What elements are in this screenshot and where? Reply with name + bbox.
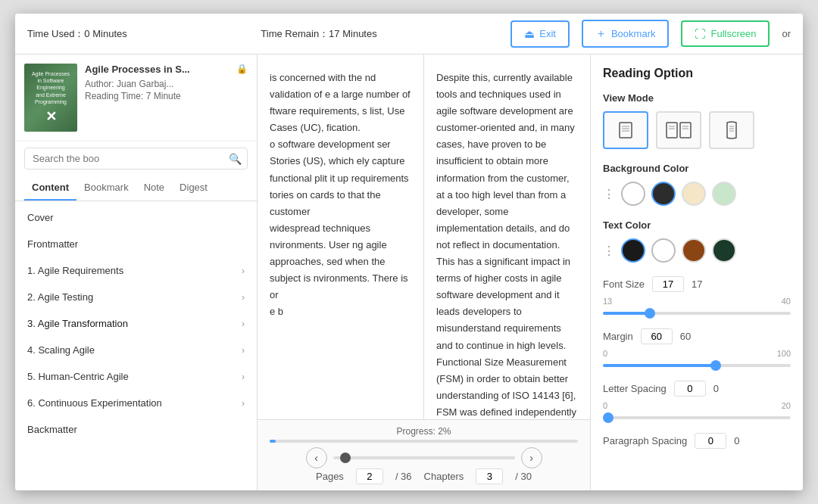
time-remain: Time Remain：17 Minutes [139,27,499,41]
exit-icon: ⏏ [524,27,535,41]
toc-item-backmatter[interactable]: Backmatter [15,416,257,443]
book-cover-text: Agile Processesin SoftwareEngineeringand… [32,70,70,104]
letter-spacing-slider[interactable] [603,416,791,419]
left-page: is concerned with the nd validation of e… [258,54,424,419]
book-header: Agile Processesin SoftwareEngineeringand… [15,54,257,142]
pages-label: Pages [316,471,344,482]
text-color-section: Text Color ⋮ [603,219,791,263]
toc-label-1: 1. Agile Requirements [27,265,123,276]
font-size-row: Font Size 17 [603,276,791,292]
toc-chevron-2: › [242,292,245,303]
bg-color-mint[interactable] [712,182,736,206]
app-container: Time Used：0 Minutes Time Remain：17 Minut… [15,14,803,490]
font-size-section: Font Size 17 13 40 [603,276,791,315]
bg-color-dark[interactable] [651,182,676,206]
view-mode-double[interactable] [656,111,701,149]
view-mode-options [603,111,791,149]
fullscreen-button[interactable]: ⛶ Fullscreen [681,20,770,47]
progress-fill [270,440,276,443]
font-size-min: 13 [603,297,612,306]
pages-slider-track[interactable] [333,456,515,459]
chapter-separator: / 30 [515,471,532,482]
letter-spacing-thumb [603,412,614,423]
tab-note[interactable]: Note [136,176,172,201]
reading-footer: Progress: 2% ‹ › Pages / 36 Chapt [258,419,590,490]
font-size-thumb [645,308,655,319]
paragraph-spacing-section: Paragraph Spacing 0 [603,433,791,449]
view-mode-single[interactable] [603,111,648,149]
exit-button[interactable]: ⏏ Exit [510,20,570,48]
letter-spacing-input[interactable] [674,381,706,397]
text-color-label: Text Color [603,219,791,231]
text-color-white[interactable] [651,238,676,263]
svg-rect-4 [667,123,677,138]
search-button[interactable]: 🔍 [229,153,242,165]
current-chapter-input[interactable] [476,468,503,484]
left-para-3: widespread techniques nvironments. User … [270,220,411,287]
bg-color-white[interactable] [621,182,645,206]
bookmark-label: Bookmark [611,28,656,39]
page-separator: / 36 [395,471,412,482]
font-size-value: 17 [692,278,702,290]
toc-item-frontmatter[interactable]: Frontmatter [15,231,257,257]
letter-spacing-min: 0 [603,401,607,410]
margin-thumb [710,360,721,371]
exit-label: Exit [539,28,556,39]
toc-chevron-1: › [242,266,245,276]
text-color-brown[interactable] [682,238,706,263]
font-size-label: Font Size [603,278,645,290]
svg-rect-0 [620,123,632,138]
toc-item-1[interactable]: 1. Agile Requirements › [15,257,257,284]
svg-rect-5 [680,123,691,138]
next-page-button[interactable]: › [521,447,542,468]
tab-bookmark[interactable]: Bookmark [76,176,136,201]
margin-min: 0 [603,349,607,358]
font-size-fill [603,312,650,315]
margin-section: Margin 60 0 100 [603,328,791,367]
letter-spacing-value: 0 [713,383,719,394]
toc-list: Cover Frontmatter 1. Agile Requirements … [15,201,257,490]
toc-item-2[interactable]: 2. Agile Testing › [15,284,257,310]
left-para-1: is concerned with the nd validation of e… [270,70,411,136]
letter-spacing-section: Letter Spacing 0 0 20 [603,381,791,419]
toc-chevron-6: › [242,398,245,409]
lock-icon: 🔒 [236,64,248,74]
bg-color-cream[interactable] [682,182,706,206]
bg-color-label: Background Color [603,163,791,174]
prev-page-button[interactable]: ‹ [306,447,327,468]
bookmark-button[interactable]: ＋ Bookmark [582,20,670,48]
toc-item-5[interactable]: 5. Human-Centric Agile › [15,363,257,390]
toc-item-3[interactable]: 3. Agile Transformation › [15,310,257,337]
fullscreen-icon: ⛶ [695,27,706,40]
paragraph-spacing-row: Paragraph Spacing 0 [603,433,791,449]
font-size-range-labels: 13 40 [603,297,791,306]
right-page: Despite this, currently available tools … [424,54,590,419]
margin-input[interactable] [641,328,673,344]
font-size-slider[interactable] [603,312,791,315]
text-color-menu-icon[interactable]: ⋮ [603,244,615,258]
bg-color-menu-icon[interactable]: ⋮ [603,187,615,201]
book-cover: Agile Processesin SoftwareEngineeringand… [24,64,77,132]
current-page-input[interactable] [356,468,383,484]
tab-digest[interactable]: Digest [172,176,215,201]
toc-label-4: 4. Scaling Agile [27,344,95,356]
toc-item-4[interactable]: 4. Scaling Agile › [15,337,257,363]
pages-slider-thumb[interactable] [340,453,351,463]
tab-content[interactable]: Content [24,176,76,201]
toc-item-6[interactable]: 6. Continuous Experimentation › [15,390,257,416]
bg-color-options: ⋮ [603,182,791,206]
text-color-black[interactable] [621,238,645,263]
search-input[interactable] [24,148,248,170]
text-color-darkgreen[interactable] [712,238,736,263]
toc-item-cover[interactable]: Cover [15,204,257,231]
fullscreen-label: Fullscreen [710,28,756,39]
margin-slider[interactable] [603,364,791,367]
progress-track [270,440,578,443]
book-cover-inner: Agile Processesin SoftwareEngineeringand… [24,64,77,132]
paragraph-spacing-input[interactable] [695,433,726,449]
margin-max: 100 [777,349,791,358]
view-mode-scroll[interactable] [709,111,754,149]
font-size-input[interactable] [652,276,684,292]
bookmark-icon: ＋ [595,26,607,41]
nav-tabs: Content Bookmark Note Digest [15,176,257,201]
